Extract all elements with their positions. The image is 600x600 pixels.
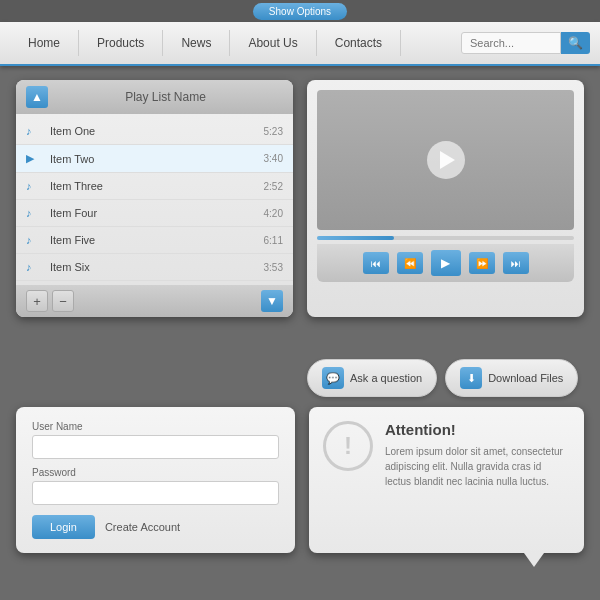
playlist-up-button[interactable]: ▲ bbox=[26, 86, 48, 108]
item-duration: 5:23 bbox=[264, 126, 283, 137]
bottom-row: User Name Password Login Create Account … bbox=[0, 407, 600, 567]
list-item[interactable]: ♪ Item Five 6:11 bbox=[16, 227, 293, 254]
playlist-header: ▲ Play List Name bbox=[16, 80, 293, 114]
username-input[interactable] bbox=[32, 435, 279, 459]
ask-question-button[interactable]: 💬 Ask a question bbox=[307, 359, 437, 397]
search-button[interactable]: 🔍 bbox=[561, 32, 590, 54]
playlist-items: ♪ Item One 5:23 ▶ Item Two 3:40 ♪ Item T… bbox=[16, 114, 293, 285]
login-widget: User Name Password Login Create Account bbox=[16, 407, 295, 553]
item-name: Item Six bbox=[50, 261, 264, 273]
username-label: User Name bbox=[32, 421, 279, 432]
fast-forward-button[interactable]: ⏩ bbox=[469, 252, 495, 274]
ask-label: Ask a question bbox=[350, 372, 422, 384]
play-icon: ▶ bbox=[26, 152, 44, 165]
login-button[interactable]: Login bbox=[32, 515, 95, 539]
password-field: Password bbox=[32, 467, 279, 505]
video-progress-bar[interactable] bbox=[317, 236, 574, 240]
skip-forward-button[interactable]: ⏭ bbox=[503, 252, 529, 274]
nav-links: Home Products News About Us Contacts bbox=[10, 30, 461, 56]
playlist-down-button[interactable]: ▼ bbox=[261, 290, 283, 312]
attention-title: Attention! bbox=[385, 421, 570, 438]
play-triangle-icon bbox=[440, 151, 455, 169]
remove-button[interactable]: − bbox=[52, 290, 74, 312]
item-duration: 2:52 bbox=[264, 181, 283, 192]
item-duration: 3:40 bbox=[264, 153, 283, 164]
nav-item-news[interactable]: News bbox=[163, 30, 230, 56]
download-files-button[interactable]: ⬇ Download Files bbox=[445, 359, 578, 397]
video-screen bbox=[317, 90, 574, 230]
item-name: Item Four bbox=[50, 207, 264, 219]
item-name: Item Five bbox=[50, 234, 264, 246]
list-item[interactable]: ♪ Item Four 4:20 bbox=[16, 200, 293, 227]
music-icon: ♪ bbox=[26, 125, 44, 137]
rewind-button[interactable]: ⏪ bbox=[397, 252, 423, 274]
top-bar: Show Options bbox=[0, 0, 600, 22]
play-pause-button[interactable]: ▶ bbox=[431, 250, 461, 276]
nav-item-products[interactable]: Products bbox=[79, 30, 163, 56]
music-icon: ♪ bbox=[26, 234, 44, 246]
skip-back-button[interactable]: ⏮ bbox=[363, 252, 389, 274]
list-item[interactable]: ♪ Item Six 3:53 bbox=[16, 254, 293, 281]
username-field: User Name bbox=[32, 421, 279, 459]
attention-icon: ! bbox=[323, 421, 373, 471]
playlist-footer-buttons: + − bbox=[26, 290, 74, 312]
list-item[interactable]: ♪ Item Three 2:52 bbox=[16, 173, 293, 200]
item-duration: 6:11 bbox=[264, 235, 283, 246]
nav-item-about[interactable]: About Us bbox=[230, 30, 316, 56]
spacer-left bbox=[16, 359, 293, 397]
playlist-title: Play List Name bbox=[48, 90, 283, 104]
attention-body: Lorem ipsum dolor sit amet, consectetur … bbox=[385, 444, 570, 489]
music-icon: ♪ bbox=[26, 180, 44, 192]
item-name: Item Three bbox=[50, 180, 264, 192]
item-duration: 3:53 bbox=[264, 262, 283, 273]
music-icon: ♪ bbox=[26, 261, 44, 273]
add-button[interactable]: + bbox=[26, 290, 48, 312]
item-name: Item One bbox=[50, 125, 264, 137]
show-options-button[interactable]: Show Options bbox=[253, 3, 347, 20]
action-buttons-row: 💬 Ask a question ⬇ Download Files bbox=[307, 359, 584, 397]
item-duration: 4:20 bbox=[264, 208, 283, 219]
nav-item-home[interactable]: Home bbox=[10, 30, 79, 56]
item-name: Item Two bbox=[50, 153, 264, 165]
video-widget: ⏮ ⏪ ▶ ⏩ ⏭ bbox=[307, 80, 584, 317]
attention-widget: ! Attention! Lorem ipsum dolor sit amet,… bbox=[309, 407, 584, 553]
login-buttons: Login Create Account bbox=[32, 515, 279, 539]
chat-icon: 💬 bbox=[322, 367, 344, 389]
playlist-widget: ▲ Play List Name ♪ Item One 5:23 ▶ Item … bbox=[16, 80, 293, 317]
music-icon: ♪ bbox=[26, 207, 44, 219]
bottom-grid: 💬 Ask a question ⬇ Download Files bbox=[0, 359, 600, 407]
playlist-footer: + − ▼ bbox=[16, 285, 293, 317]
main-content: ▲ Play List Name ♪ Item One 5:23 ▶ Item … bbox=[0, 66, 600, 359]
video-play-button[interactable] bbox=[427, 141, 465, 179]
password-input[interactable] bbox=[32, 481, 279, 505]
list-item[interactable]: ▶ Item Two 3:40 bbox=[16, 145, 293, 173]
nav-bar: Home Products News About Us Contacts 🔍 bbox=[0, 22, 600, 66]
download-label: Download Files bbox=[488, 372, 563, 384]
nav-item-contacts[interactable]: Contacts bbox=[317, 30, 401, 56]
attention-text: Attention! Lorem ipsum dolor sit amet, c… bbox=[385, 421, 570, 489]
list-item[interactable]: ♪ Item One 5:23 bbox=[16, 118, 293, 145]
video-controls: ⏮ ⏪ ▶ ⏩ ⏭ bbox=[317, 244, 574, 282]
video-progress-fill bbox=[317, 236, 394, 240]
search-input[interactable] bbox=[461, 32, 561, 54]
create-account-link[interactable]: Create Account bbox=[105, 521, 180, 533]
search-area: 🔍 bbox=[461, 32, 590, 54]
password-label: Password bbox=[32, 467, 279, 478]
download-icon: ⬇ bbox=[460, 367, 482, 389]
